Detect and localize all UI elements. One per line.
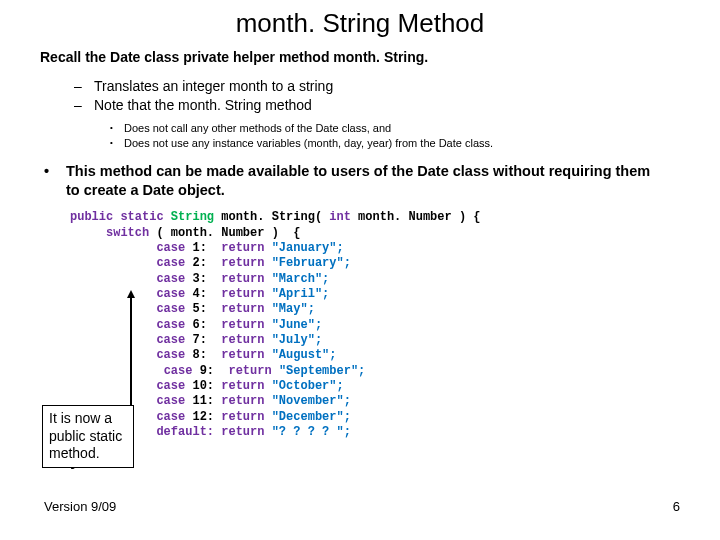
main-bullet-text: This method can be made available to use… <box>66 162 660 200</box>
dot-item: Does not use any instance variables (mon… <box>124 136 493 151</box>
dash-item: Note that the month. String method <box>94 96 312 115</box>
main-bullet: • This method can be made available to u… <box>44 162 660 200</box>
callout-arrow-shaft <box>130 296 132 405</box>
callout-box: It is now a public static method. <box>42 405 134 468</box>
dot-list: •Does not call any other methods of the … <box>110 121 680 151</box>
lead-text: Recall the Date class private helper met… <box>40 49 680 65</box>
dash-item: Translates an integer month to a string <box>94 77 333 96</box>
dot-item: Does not call any other methods of the D… <box>124 121 391 136</box>
dash-list: –Translates an integer month to a string… <box>74 77 680 115</box>
footer-version: Version 9/09 <box>44 499 116 514</box>
footer-page-number: 6 <box>673 499 680 514</box>
slide-title: month. String Method <box>0 8 720 39</box>
code-block: public static String month. String( int … <box>70 210 680 471</box>
callout-arrow-head <box>127 290 135 298</box>
